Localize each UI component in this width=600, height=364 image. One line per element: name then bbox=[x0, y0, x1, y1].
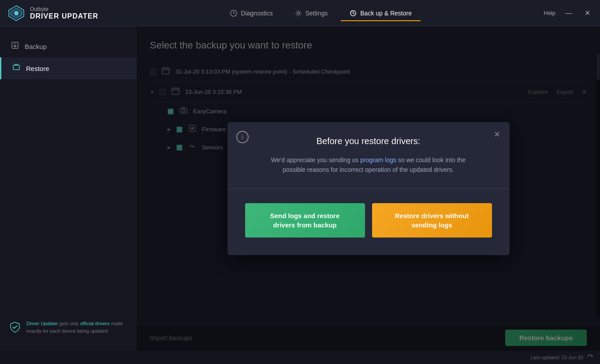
backup-icon bbox=[11, 41, 19, 51]
backup-restore-icon bbox=[350, 10, 357, 17]
content-area: Select the backup you want to restore 31… bbox=[137, 26, 600, 351]
status-bar: Last updated: 23-Jun-20 bbox=[0, 351, 600, 364]
modal-info-icon: i bbox=[236, 131, 249, 143]
restore-icon bbox=[12, 63, 21, 73]
modal-title: Before you restore drivers: bbox=[245, 136, 492, 146]
sidebar-nav: Backup Restore bbox=[0, 35, 137, 79]
status-bar-right: Last updated: 23-Jun-20 bbox=[531, 354, 593, 361]
help-link[interactable]: Help bbox=[544, 10, 555, 16]
settings-icon bbox=[295, 10, 302, 17]
modal-overlay: i ✕ Before you restore drivers: We'd app… bbox=[137, 26, 600, 351]
refresh-icon[interactable] bbox=[587, 354, 593, 361]
nav-settings-label: Settings bbox=[306, 10, 328, 17]
svg-rect-7 bbox=[13, 65, 19, 70]
app-name: Outbyte DRIVER UPDATER bbox=[30, 6, 98, 20]
app-product-label: DRIVER UPDATER bbox=[30, 12, 98, 20]
nav-settings[interactable]: Settings bbox=[286, 6, 337, 20]
sidebar-footer-text: Driver Updater gets only official driver… bbox=[26, 320, 128, 334]
modal-body: We'd appreciate you sending us program l… bbox=[245, 155, 492, 175]
svg-point-4 bbox=[297, 12, 299, 14]
restore-no-logs-line1: Restore drivers without bbox=[395, 212, 469, 219]
modal-body-line1: We'd appreciate you sending us program l… bbox=[271, 156, 466, 163]
modal-close-button[interactable]: ✕ bbox=[492, 129, 503, 140]
svg-point-2 bbox=[14, 11, 19, 15]
footer-highlight-1: Driver Updater bbox=[26, 321, 58, 326]
main-nav: Diagnostics Settings Back up & Restore bbox=[98, 6, 544, 20]
shield-icon bbox=[9, 321, 21, 335]
sidebar-footer: Driver Updater gets only official driver… bbox=[0, 313, 137, 342]
app-brand-label: Outbyte bbox=[30, 6, 98, 12]
close-button[interactable]: ✕ bbox=[582, 8, 593, 18]
sidebar-item-backup[interactable]: Backup bbox=[0, 35, 137, 57]
modal-divider bbox=[227, 189, 510, 189]
footer-highlight-2: official drivers bbox=[80, 321, 110, 326]
send-logs-button[interactable]: Send logs and restore drivers from backu… bbox=[245, 203, 365, 238]
restore-no-logs-line2: sending logs bbox=[411, 221, 452, 229]
nav-diagnostics[interactable]: Diagnostics bbox=[221, 6, 281, 20]
modal-dialog: i ✕ Before you restore drivers: We'd app… bbox=[227, 122, 510, 256]
sidebar-restore-label: Restore bbox=[26, 65, 49, 72]
nav-backup-restore-label: Back up & Restore bbox=[360, 10, 412, 17]
modal-buttons: Send logs and restore drivers from backu… bbox=[245, 203, 492, 238]
send-logs-line1: Send logs and restore bbox=[270, 212, 340, 219]
minimize-button[interactable]: — bbox=[563, 8, 575, 18]
footer-text-2: gets only bbox=[60, 321, 80, 326]
restore-without-logs-button[interactable]: Restore drivers without sending logs bbox=[372, 203, 492, 238]
app-branding: Outbyte DRIVER UPDATER bbox=[7, 4, 98, 22]
modal-body-line2: possible reasons for incorrect operation… bbox=[283, 166, 454, 173]
diagnostics-icon bbox=[230, 10, 237, 17]
last-updated-label: Last updated: 23-Jun-20 bbox=[531, 355, 583, 360]
modal-highlight: program logs bbox=[360, 156, 396, 163]
window-controls: Help — ✕ bbox=[544, 8, 593, 18]
sidebar: Backup Restore Driver Updater gets only … bbox=[0, 26, 137, 351]
main-layout: Backup Restore Driver Updater gets only … bbox=[0, 26, 600, 351]
nav-backup-restore[interactable]: Back up & Restore bbox=[341, 6, 421, 20]
nav-diagnostics-label: Diagnostics bbox=[241, 10, 272, 17]
sidebar-backup-label: Backup bbox=[25, 43, 47, 50]
sidebar-item-restore[interactable]: Restore bbox=[0, 57, 137, 79]
app-logo-icon bbox=[7, 4, 26, 22]
send-logs-line2: drivers from backup bbox=[273, 221, 336, 229]
titlebar: Outbyte DRIVER UPDATER Diagnostics Setti… bbox=[0, 0, 600, 26]
